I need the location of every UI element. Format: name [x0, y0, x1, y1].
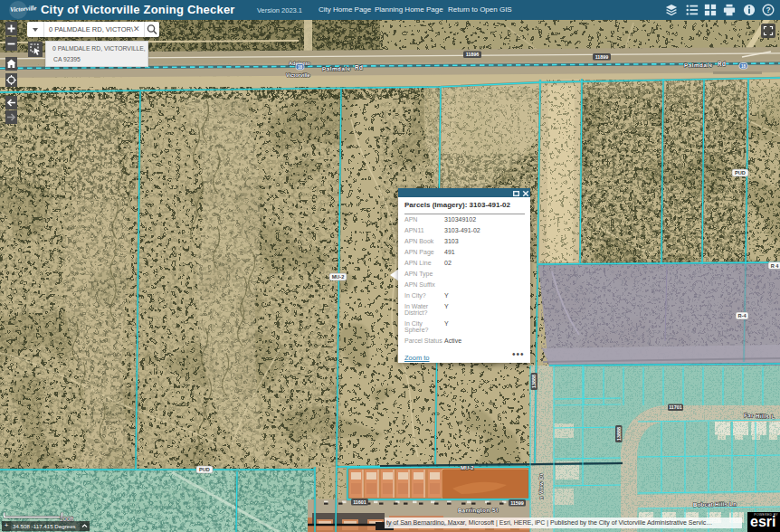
svg-text:?: ?: [766, 5, 770, 14]
svg-text:PUD: PUD: [735, 170, 746, 176]
svg-text:Bobcat Hills Ln: Bobcat Hills Ln: [693, 501, 737, 508]
svg-text:Palmdale: Palmdale: [322, 65, 351, 72]
svg-text:MU-2: MU-2: [461, 465, 474, 470]
svg-text:PUD: PUD: [199, 467, 210, 472]
svg-text:n View Dr: n View Dr: [538, 473, 544, 499]
svg-text:18: 18: [298, 65, 303, 70]
svg-text:13888: 13888: [616, 427, 622, 441]
svg-text:Palmdale: Palmdale: [684, 62, 713, 69]
svg-text:11896: 11896: [466, 52, 480, 57]
svg-text:Rd: Rd: [355, 64, 363, 71]
svg-text:18: 18: [741, 64, 747, 69]
svg-text:11599: 11599: [510, 500, 524, 506]
svg-text:11601: 11601: [353, 499, 366, 505]
svg-text:R 4: R 4: [771, 263, 780, 269]
svg-text:Rd: Rd: [718, 61, 726, 67]
svg-text:R-4: R-4: [737, 313, 747, 318]
svg-text:13888: 13888: [531, 375, 537, 388]
svg-text:11701: 11701: [669, 404, 682, 410]
svg-text:11899: 11899: [595, 54, 609, 60]
svg-text:MU-2: MU-2: [332, 274, 345, 280]
svg-text:Victorville: Victorville: [286, 72, 310, 78]
svg-text:Barrington St: Barrington St: [458, 508, 499, 514]
